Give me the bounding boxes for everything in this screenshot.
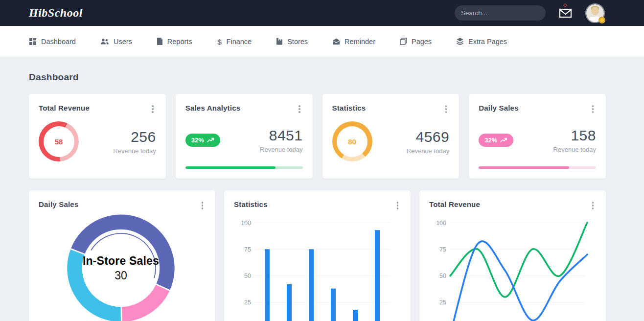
stat-card-sales-analytics: Sales Analytics32%8451Revenue today [176, 94, 313, 179]
mail-icon [559, 8, 572, 19]
card-header: Daily Sales [39, 200, 206, 211]
svg-text:75: 75 [439, 246, 446, 253]
stats-row: Total Revenue58256Revenue todaySales Ana… [29, 94, 606, 179]
kebab-menu-button[interactable] [296, 104, 303, 115]
nav-item-reminder[interactable]: Reminder [332, 38, 375, 46]
svg-text:$: $ [217, 38, 222, 46]
envelope-open-icon [332, 38, 340, 45]
trend-badge: 32% [185, 134, 220, 147]
nav-item-label: Extra Pages [468, 38, 507, 46]
kebab-menu-button[interactable] [590, 200, 597, 211]
bag-icon [276, 38, 283, 45]
stat-subtitle: Revenue today [113, 147, 156, 155]
trend-badge: 32% [479, 134, 513, 147]
stat-card-total-revenue: Total Revenue58256Revenue today [29, 94, 166, 179]
nav-item-stores[interactable]: Stores [276, 38, 308, 46]
top-header: HibSchool [0, 0, 644, 26]
stat-value: 256 [113, 129, 156, 145]
kebab-menu-button[interactable] [443, 104, 450, 115]
card-header: Statistics [332, 104, 450, 115]
stat-card-daily-sales: Daily Sales32%158Revenue today [469, 94, 606, 179]
chart-card-daily-sales: Daily SalesIn-Store Sales30 [29, 190, 215, 321]
stat-subtitle: Revenue today [553, 146, 596, 153]
card-header: Statistics [234, 200, 401, 211]
kebab-menu-button[interactable] [394, 200, 401, 211]
card-header: Total Revenue [39, 104, 156, 115]
card-title-daily-sales: Daily Sales [479, 104, 518, 112]
card-title-total-revenue: Total Revenue [429, 200, 480, 208]
card-header: Sales Analytics [185, 104, 303, 115]
layers-icon [456, 38, 464, 45]
svg-text:50: 50 [244, 273, 251, 279]
gauge-value: 80 [348, 138, 356, 146]
svg-text:25: 25 [244, 299, 251, 306]
nav-item-label: Finance [227, 38, 252, 46]
stat-numbers: 158Revenue today [553, 127, 596, 153]
radial-gauge: 80 [332, 121, 372, 161]
nav-item-label: Dashboard [41, 38, 76, 46]
chart-card-total-revenue: Total Revenue100755025 [419, 190, 606, 321]
trend-up-icon [207, 138, 214, 143]
logo: HibSchool [29, 6, 83, 20]
nav-item-users[interactable]: Users [100, 38, 132, 46]
dollar-icon: $ [217, 38, 222, 46]
nav-item-extra-pages[interactable]: Extra Pages [456, 38, 507, 46]
nav-item-label: Stores [287, 38, 308, 46]
nav-item-label: Users [114, 38, 132, 46]
stat-numbers: 256Revenue today [113, 129, 156, 155]
donut-series-value: 30 [57, 269, 184, 282]
nav-item-label: Reports [167, 38, 192, 46]
svg-text:100: 100 [436, 220, 446, 227]
kebab-menu-button[interactable] [590, 104, 597, 115]
progress-bar [185, 166, 303, 169]
bar-chart: 100755025 [224, 217, 411, 321]
search-box[interactable] [455, 5, 546, 21]
svg-text:75: 75 [244, 246, 251, 253]
users-icon [100, 38, 109, 45]
mail-button[interactable] [559, 8, 572, 19]
gauge-value: 58 [55, 138, 63, 146]
nav-item-finance[interactable]: $Finance [217, 38, 252, 46]
nav-item-reports[interactable]: Reports [157, 38, 192, 46]
stat-value: 4569 [407, 129, 449, 145]
card-title-statistics: Statistics [332, 104, 366, 112]
search-input[interactable] [461, 9, 548, 17]
stat-card-statistics: Statistics804569Revenue today [322, 94, 460, 179]
nav-item-pages[interactable]: Pages [400, 38, 432, 46]
stat-value: 158 [553, 127, 596, 144]
nav-item-label: Reminder [345, 38, 375, 46]
kebab-menu-button[interactable] [199, 200, 206, 211]
card-title-sales-analytics: Sales Analytics [185, 104, 241, 112]
kebab-menu-button[interactable] [149, 104, 156, 115]
radial-gauge: 58 [39, 121, 79, 161]
stat-subtitle: Revenue today [260, 146, 302, 153]
pages-icon [400, 38, 407, 45]
card-header: Total Revenue [429, 200, 596, 211]
card-title-statistics: Statistics [234, 200, 268, 208]
avatar[interactable] [585, 3, 605, 23]
card-title-total-revenue: Total Revenue [39, 104, 90, 112]
page-content: Dashboard Total Revenue58256Revenue toda… [0, 72, 644, 321]
status-badge [598, 17, 605, 23]
stat-value: 8451 [260, 127, 302, 144]
svg-text:50: 50 [439, 273, 446, 279]
donut-center-label: In-Store Sales30 [57, 254, 184, 282]
donut-series-name: In-Store Sales [57, 254, 184, 268]
chart-card-statistics: Statistics100755025 [224, 190, 411, 321]
stat-numbers: 8451Revenue today [260, 127, 302, 153]
charts-row: Daily SalesIn-Store Sales30Statistics100… [29, 190, 606, 321]
header-actions [455, 3, 605, 23]
stat-numbers: 4569Revenue today [407, 129, 449, 155]
svg-text:100: 100 [241, 220, 251, 227]
svg-text:25: 25 [439, 299, 446, 306]
progress-bar [479, 166, 596, 169]
trend-up-icon [500, 138, 507, 143]
stat-card-body: 804569Revenue today [332, 115, 450, 169]
nav-item-dashboard[interactable]: Dashboard [29, 38, 76, 46]
page-title: Dashboard [29, 72, 606, 83]
main-nav: DashboardUsersReports$FinanceStoresRemin… [0, 26, 644, 57]
grid-icon [29, 38, 37, 46]
notification-dot [563, 3, 567, 7]
stat-card-body: 58256Revenue today [39, 115, 156, 169]
file-icon [157, 38, 163, 45]
